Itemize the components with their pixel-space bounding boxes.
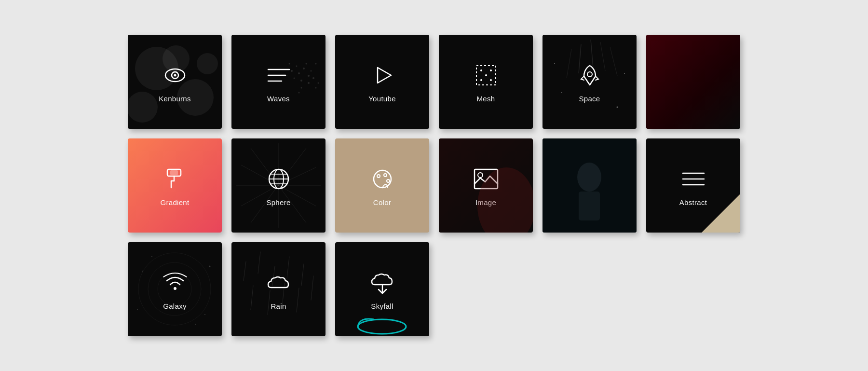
svg-point-19 bbox=[308, 82, 310, 84]
svg-line-100 bbox=[251, 286, 253, 310]
svg-line-59 bbox=[278, 185, 306, 223]
svg-point-74 bbox=[477, 167, 533, 233]
svg-line-102 bbox=[282, 283, 285, 307]
svg-point-18 bbox=[301, 87, 302, 89]
card-kenburns[interactable]: Kenburns bbox=[128, 35, 222, 129]
svg-point-70 bbox=[374, 170, 391, 188]
svg-line-58 bbox=[278, 185, 316, 206]
svg-point-25 bbox=[298, 92, 300, 94]
card-sphere[interactable]: Sphere bbox=[231, 138, 326, 233]
svg-line-103 bbox=[297, 288, 299, 312]
play-icon bbox=[368, 61, 397, 90]
card-space[interactable]: Space bbox=[542, 35, 637, 129]
svg-point-88 bbox=[142, 271, 143, 272]
svg-point-86 bbox=[148, 262, 201, 316]
svg-line-53 bbox=[251, 148, 278, 185]
svg-point-71 bbox=[377, 175, 380, 178]
svg-point-12 bbox=[306, 63, 307, 65]
svg-point-72 bbox=[384, 174, 387, 177]
svg-point-24 bbox=[315, 87, 317, 89]
svg-point-21 bbox=[289, 63, 290, 65]
svg-point-4 bbox=[197, 53, 218, 74]
paint-icon bbox=[161, 165, 190, 193]
svg-line-97 bbox=[272, 266, 275, 286]
svg-point-11 bbox=[300, 80, 302, 82]
svg-point-92 bbox=[137, 309, 138, 310]
svg-point-41 bbox=[561, 92, 562, 93]
svg-line-95 bbox=[244, 261, 246, 281]
gradient-label: Gradient bbox=[161, 198, 190, 206]
svg-point-85 bbox=[138, 253, 211, 325]
card-gradient[interactable]: Gradient bbox=[128, 138, 222, 233]
svg-point-90 bbox=[204, 314, 205, 315]
svg-line-55 bbox=[278, 148, 306, 185]
card-color[interactable]: Color bbox=[335, 138, 429, 233]
svg-point-23 bbox=[286, 75, 287, 76]
svg-point-3 bbox=[128, 92, 158, 123]
svg-line-64 bbox=[241, 165, 278, 185]
svg-line-62 bbox=[241, 185, 278, 206]
svg-point-10 bbox=[308, 75, 310, 77]
card-mesh[interactable]: Mesh bbox=[439, 35, 533, 129]
svg-point-20 bbox=[315, 63, 317, 65]
svg-point-34 bbox=[480, 79, 482, 81]
card-skyfall[interactable]: Skyfall bbox=[335, 242, 429, 336]
svg-point-14 bbox=[294, 78, 295, 79]
color-label: Color bbox=[373, 198, 391, 206]
svg-point-2 bbox=[163, 45, 190, 72]
svg-point-33 bbox=[490, 69, 492, 71]
card-rain[interactable]: Rain bbox=[231, 242, 326, 336]
mesh-icon bbox=[472, 61, 501, 90]
svg-point-42 bbox=[617, 107, 618, 108]
svg-point-9 bbox=[303, 68, 305, 69]
svg-point-15 bbox=[312, 77, 314, 79]
svg-line-36 bbox=[579, 44, 581, 73]
svg-line-96 bbox=[258, 252, 260, 274]
card-slider[interactable]: Slider bbox=[646, 35, 740, 129]
svg-rect-79 bbox=[579, 192, 600, 220]
svg-point-16 bbox=[296, 66, 298, 67]
svg-point-17 bbox=[291, 70, 293, 72]
svg-marker-29 bbox=[378, 68, 391, 83]
youtube-label: Youtube bbox=[368, 95, 396, 103]
mesh-label: Mesh bbox=[477, 95, 495, 103]
svg-line-40 bbox=[610, 47, 617, 76]
svg-point-87 bbox=[158, 272, 191, 306]
svg-rect-46 bbox=[646, 35, 740, 129]
svg-line-37 bbox=[591, 40, 593, 69]
svg-point-78 bbox=[577, 163, 601, 192]
svg-point-73 bbox=[387, 179, 390, 182]
svg-point-89 bbox=[151, 256, 152, 257]
svg-point-43 bbox=[624, 73, 625, 74]
svg-point-22 bbox=[318, 82, 319, 84]
svg-point-91 bbox=[209, 266, 211, 267]
card-youtube[interactable]: Youtube bbox=[335, 35, 429, 129]
card-image[interactable]: Image bbox=[439, 138, 533, 233]
palette-icon bbox=[368, 165, 397, 193]
svg-point-44 bbox=[554, 63, 555, 64]
svg-line-38 bbox=[567, 49, 571, 78]
abstract-icon bbox=[679, 165, 708, 193]
svg-point-31 bbox=[485, 74, 487, 76]
svg-point-105 bbox=[358, 319, 406, 334]
card-glitch[interactable]: Glitch bbox=[542, 138, 637, 233]
svg-line-98 bbox=[287, 257, 289, 278]
svg-line-61 bbox=[251, 185, 278, 223]
card-abstract[interactable]: Abstract bbox=[646, 138, 740, 233]
svg-point-13 bbox=[311, 70, 312, 72]
svg-point-93 bbox=[195, 324, 196, 325]
svg-point-32 bbox=[480, 69, 482, 71]
svg-rect-49 bbox=[170, 170, 178, 175]
svg-point-35 bbox=[490, 79, 492, 81]
svg-point-8 bbox=[298, 72, 300, 74]
svg-point-1 bbox=[177, 79, 214, 116]
svg-line-56 bbox=[278, 167, 316, 185]
card-grid: Kenburns Waves bbox=[108, 15, 760, 356]
svg-line-101 bbox=[268, 290, 270, 315]
card-galaxy[interactable]: Galaxy bbox=[128, 242, 222, 336]
svg-line-39 bbox=[600, 42, 605, 71]
card-waves[interactable]: Waves bbox=[231, 35, 326, 129]
svg-line-99 bbox=[301, 264, 304, 286]
svg-line-104 bbox=[311, 276, 313, 300]
